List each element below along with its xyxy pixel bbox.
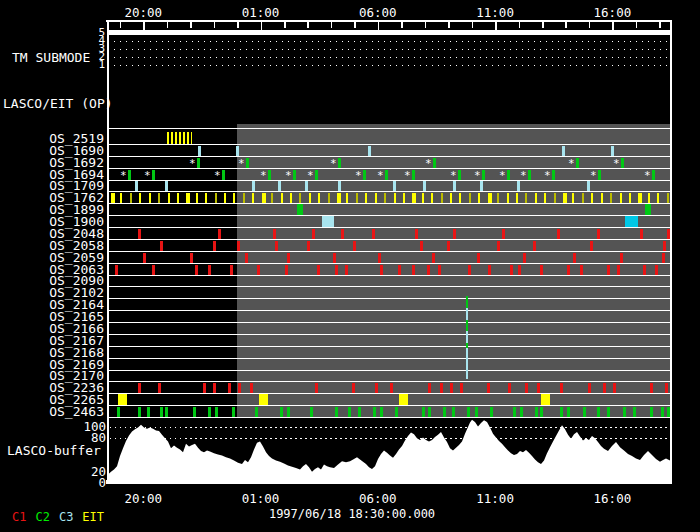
row-mark-tick (147, 407, 150, 417)
row-mark-tick (528, 170, 531, 180)
row-mark-tick (540, 407, 543, 417)
row-mark-tick (607, 265, 610, 275)
row-mark-tick (186, 193, 190, 203)
row-mark-tick (560, 407, 563, 417)
row-mark-tick (372, 229, 375, 239)
row-mark-tick (587, 181, 590, 191)
row-mark-tick (352, 383, 355, 393)
row-mark-tick (582, 193, 584, 203)
row-baseline (108, 144, 670, 145)
plot-top-axis-line (106, 20, 672, 22)
row-mark-tick (280, 407, 283, 417)
row-mark-tick (287, 407, 290, 417)
row-mark-tick (620, 253, 623, 263)
row-mark-tick (623, 407, 626, 417)
row-mark-tick (380, 407, 383, 417)
lasco-planning-timeline: TM SUBMODE LASCO/EIT (OP) LASCO-buffer 1… (0, 0, 700, 532)
row-mark-tick (395, 407, 398, 417)
row-mark-tick (338, 158, 341, 168)
row-mark-tick (652, 170, 655, 180)
row-mark-tick (507, 170, 510, 180)
row-mark-tick (222, 170, 225, 180)
row-mark-tick (598, 170, 601, 180)
row-mark-tick (305, 181, 308, 191)
row-mark-tick (250, 383, 253, 393)
row-mark-tick (268, 170, 271, 180)
row-mark-tick (165, 407, 168, 417)
row-mark-tick (648, 193, 650, 203)
row-mark-tick (143, 253, 146, 263)
row-baseline (108, 381, 670, 382)
row-mark-tick (452, 407, 455, 417)
row-mark-asterisk: * (377, 170, 384, 181)
row-baseline (108, 215, 670, 216)
row-mark-tick (230, 265, 233, 275)
row-mark-tick (208, 265, 211, 275)
row-mark-tick (447, 241, 450, 251)
row-mark-tick (262, 193, 266, 203)
row-mark-tick (540, 265, 543, 275)
row-mark-tick (275, 241, 278, 251)
row-mark-tick (224, 193, 226, 203)
row-mark-block (322, 216, 334, 227)
row-baseline (108, 180, 670, 181)
row-mark-tick (557, 229, 560, 239)
row-mark-tick (273, 229, 276, 239)
row-baseline (108, 310, 670, 311)
row-baseline (108, 203, 670, 204)
row-mark-tick (228, 383, 231, 393)
row-mark-tick (384, 193, 386, 203)
row-mark-tick (307, 241, 310, 251)
row-mark-tick (588, 383, 591, 393)
row-mark-tick (243, 193, 245, 203)
row-mark-tick (236, 146, 239, 156)
row-mark-tick (535, 407, 538, 417)
row-mark-tick (508, 383, 511, 393)
row-mark-tick (580, 265, 583, 275)
buffer-ytick-label: 0 (72, 477, 106, 489)
row-mark-tick (663, 241, 666, 251)
row-mark-asterisk: * (520, 170, 527, 181)
row-label: OS_2463 (28, 406, 104, 417)
row-mark-tick (525, 193, 527, 203)
row-mark-tick (238, 383, 241, 393)
row-mark-tick (285, 265, 288, 275)
row-mark-tick (215, 193, 217, 203)
row-mark-tick (139, 193, 141, 203)
row-mark-block (645, 204, 651, 215)
row-mark-tick (552, 170, 555, 180)
row-mark-tick (583, 407, 586, 417)
row-mark-tick (667, 193, 669, 203)
row-mark-tick (333, 253, 336, 263)
row-mark-tick (138, 383, 141, 393)
row-mark-tick (337, 193, 341, 203)
row-mark-asterisk: * (285, 170, 292, 181)
row-mark-tick (567, 407, 570, 417)
row-mark-asterisk: * (144, 170, 151, 181)
row-mark-tick (394, 193, 396, 203)
event-line-segment (466, 331, 468, 343)
row-mark-asterisk: * (260, 170, 267, 181)
row-mark-tick (661, 407, 664, 417)
row-mark-tick (158, 193, 160, 203)
row-mark-tick (468, 265, 471, 275)
row-mark-tick (315, 170, 318, 180)
row-mark-asterisk: * (544, 170, 551, 181)
row-mark-tick (638, 193, 642, 203)
row-mark-tick (310, 407, 313, 417)
row-mark-tick (245, 253, 248, 263)
row-mark-tick (617, 265, 620, 275)
row-mark-tick (643, 265, 646, 275)
row-mark-tick (427, 265, 430, 275)
row-mark-tick (152, 265, 155, 275)
row-mark-tick (633, 407, 636, 417)
row-mark-tick (203, 383, 206, 393)
row-mark-tick (358, 407, 361, 417)
row-mark-tick (516, 193, 518, 203)
row-mark-tick (438, 265, 441, 275)
row-mark-tick (213, 241, 216, 251)
row-mark-tick (128, 170, 131, 180)
row-mark-block (625, 216, 638, 227)
row-mark-tick (573, 253, 576, 263)
row-mark-tick (535, 193, 537, 203)
